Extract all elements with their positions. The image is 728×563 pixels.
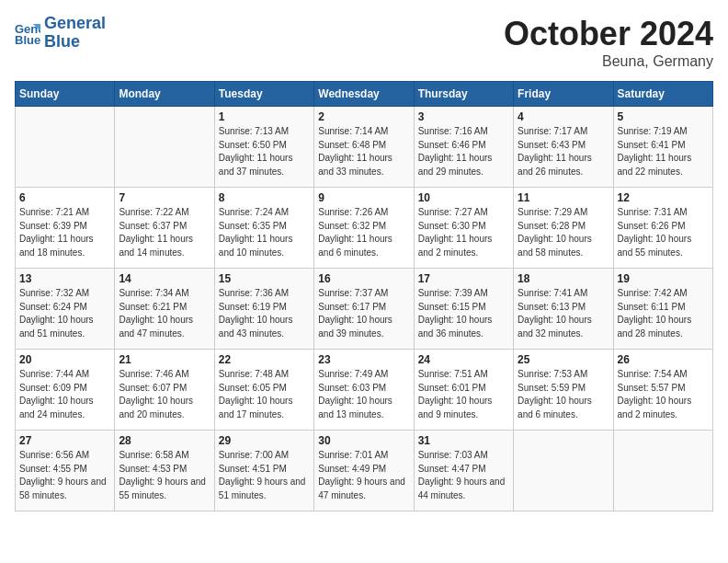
month-title: October 2024 Beuna, Germany xyxy=(504,15,713,70)
day-number: 14 xyxy=(119,272,210,285)
weekday-header-cell: Saturday xyxy=(613,82,712,107)
day-number: 6 xyxy=(19,191,110,204)
day-info: Sunrise: 7:17 AM Sunset: 6:43 PM Dayligh… xyxy=(518,125,609,178)
day-number: 27 xyxy=(19,434,110,447)
calendar-cell: 16Sunrise: 7:37 AM Sunset: 6:17 PM Dayli… xyxy=(314,269,414,350)
calendar-cell: 8Sunrise: 7:24 AM Sunset: 6:35 PM Daylig… xyxy=(214,188,313,269)
weekday-header-cell: Thursday xyxy=(414,82,513,107)
calendar-cell: 10Sunrise: 7:27 AM Sunset: 6:30 PM Dayli… xyxy=(414,188,513,269)
day-number: 1 xyxy=(219,110,310,123)
calendar-cell: 22Sunrise: 7:48 AM Sunset: 6:05 PM Dayli… xyxy=(214,350,313,431)
day-info: Sunrise: 7:53 AM Sunset: 5:59 PM Dayligh… xyxy=(518,368,609,421)
day-info: Sunrise: 7:21 AM Sunset: 6:39 PM Dayligh… xyxy=(19,206,110,259)
calendar-cell xyxy=(16,107,115,188)
month-heading: October 2024 xyxy=(504,15,713,53)
calendar-week-row: 1Sunrise: 7:13 AM Sunset: 6:50 PM Daylig… xyxy=(16,107,713,188)
calendar-cell: 5Sunrise: 7:19 AM Sunset: 6:41 PM Daylig… xyxy=(613,107,712,188)
calendar-body: 1Sunrise: 7:13 AM Sunset: 6:50 PM Daylig… xyxy=(16,107,713,511)
calendar-cell: 30Sunrise: 7:01 AM Sunset: 4:49 PM Dayli… xyxy=(314,431,414,511)
day-info: Sunrise: 7:29 AM Sunset: 6:28 PM Dayligh… xyxy=(518,206,609,259)
day-info: Sunrise: 7:32 AM Sunset: 6:24 PM Dayligh… xyxy=(19,287,110,340)
svg-text:Blue: Blue xyxy=(15,33,40,46)
day-info: Sunrise: 6:58 AM Sunset: 4:53 PM Dayligh… xyxy=(119,449,210,502)
day-number: 28 xyxy=(119,434,210,447)
day-number: 18 xyxy=(518,272,609,285)
day-info: Sunrise: 7:16 AM Sunset: 6:46 PM Dayligh… xyxy=(418,125,509,178)
weekday-header-cell: Tuesday xyxy=(214,82,313,107)
calendar-cell: 6Sunrise: 7:21 AM Sunset: 6:39 PM Daylig… xyxy=(16,188,115,269)
day-info: Sunrise: 7:39 AM Sunset: 6:15 PM Dayligh… xyxy=(418,287,509,340)
calendar-cell: 29Sunrise: 7:00 AM Sunset: 4:51 PM Dayli… xyxy=(214,431,313,511)
calendar-cell: 3Sunrise: 7:16 AM Sunset: 6:46 PM Daylig… xyxy=(414,107,513,188)
day-info: Sunrise: 7:41 AM Sunset: 6:13 PM Dayligh… xyxy=(518,287,609,340)
day-number: 19 xyxy=(618,272,709,285)
day-info: Sunrise: 7:00 AM Sunset: 4:51 PM Dayligh… xyxy=(219,449,310,502)
calendar-cell: 27Sunrise: 6:56 AM Sunset: 4:55 PM Dayli… xyxy=(16,431,115,511)
calendar-cell: 28Sunrise: 6:58 AM Sunset: 4:53 PM Dayli… xyxy=(115,431,214,511)
day-info: Sunrise: 7:51 AM Sunset: 6:01 PM Dayligh… xyxy=(418,368,509,421)
day-number: 29 xyxy=(219,434,310,447)
day-info: Sunrise: 7:26 AM Sunset: 6:32 PM Dayligh… xyxy=(318,206,409,259)
day-info: Sunrise: 7:54 AM Sunset: 5:57 PM Dayligh… xyxy=(618,368,709,421)
day-info: Sunrise: 7:24 AM Sunset: 6:35 PM Dayligh… xyxy=(219,206,310,259)
calendar-cell: 2Sunrise: 7:14 AM Sunset: 6:48 PM Daylig… xyxy=(314,107,414,188)
calendar-cell xyxy=(115,107,214,188)
day-info: Sunrise: 7:19 AM Sunset: 6:41 PM Dayligh… xyxy=(618,125,709,178)
calendar-cell: 11Sunrise: 7:29 AM Sunset: 6:28 PM Dayli… xyxy=(514,188,613,269)
day-number: 11 xyxy=(518,191,609,204)
day-number: 3 xyxy=(418,110,509,123)
calendar-cell: 15Sunrise: 7:36 AM Sunset: 6:19 PM Dayli… xyxy=(214,269,313,350)
day-info: Sunrise: 7:37 AM Sunset: 6:17 PM Dayligh… xyxy=(318,287,409,340)
day-number: 4 xyxy=(518,110,609,123)
calendar-cell: 9Sunrise: 7:26 AM Sunset: 6:32 PM Daylig… xyxy=(314,188,414,269)
calendar-cell: 7Sunrise: 7:22 AM Sunset: 6:37 PM Daylig… xyxy=(115,188,214,269)
day-info: Sunrise: 7:36 AM Sunset: 6:19 PM Dayligh… xyxy=(219,287,310,340)
location-heading: Beuna, Germany xyxy=(504,53,713,70)
calendar-week-row: 13Sunrise: 7:32 AM Sunset: 6:24 PM Dayli… xyxy=(16,269,713,350)
weekday-header-cell: Friday xyxy=(514,82,613,107)
day-number: 9 xyxy=(318,191,409,204)
calendar-cell: 19Sunrise: 7:42 AM Sunset: 6:11 PM Dayli… xyxy=(613,269,712,350)
calendar-cell: 23Sunrise: 7:49 AM Sunset: 6:03 PM Dayli… xyxy=(314,350,414,431)
day-number: 17 xyxy=(418,272,509,285)
day-number: 5 xyxy=(618,110,709,123)
day-number: 16 xyxy=(318,272,409,285)
day-info: Sunrise: 7:14 AM Sunset: 6:48 PM Dayligh… xyxy=(318,125,409,178)
day-number: 12 xyxy=(618,191,709,204)
day-number: 23 xyxy=(318,353,409,366)
day-info: Sunrise: 6:56 AM Sunset: 4:55 PM Dayligh… xyxy=(19,449,110,502)
calendar-week-row: 20Sunrise: 7:44 AM Sunset: 6:09 PM Dayli… xyxy=(16,350,713,431)
calendar-cell: 31Sunrise: 7:03 AM Sunset: 4:47 PM Dayli… xyxy=(414,431,513,511)
day-info: Sunrise: 7:48 AM Sunset: 6:05 PM Dayligh… xyxy=(219,368,310,421)
logo: General Blue General Blue xyxy=(15,15,106,52)
weekday-header-cell: Sunday xyxy=(16,82,115,107)
day-info: Sunrise: 7:46 AM Sunset: 6:07 PM Dayligh… xyxy=(119,368,210,421)
calendar-cell: 21Sunrise: 7:46 AM Sunset: 6:07 PM Dayli… xyxy=(115,350,214,431)
logo-icon: General Blue xyxy=(15,20,40,46)
weekday-header-row: SundayMondayTuesdayWednesdayThursdayFrid… xyxy=(16,82,713,107)
calendar-cell: 1Sunrise: 7:13 AM Sunset: 6:50 PM Daylig… xyxy=(214,107,313,188)
day-number: 24 xyxy=(418,353,509,366)
calendar-cell: 24Sunrise: 7:51 AM Sunset: 6:01 PM Dayli… xyxy=(414,350,513,431)
calendar-cell: 17Sunrise: 7:39 AM Sunset: 6:15 PM Dayli… xyxy=(414,269,513,350)
calendar-cell: 26Sunrise: 7:54 AM Sunset: 5:57 PM Dayli… xyxy=(613,350,712,431)
page-header: General Blue General Blue October 2024 B… xyxy=(15,15,713,70)
calendar-cell xyxy=(514,431,613,511)
day-number: 15 xyxy=(219,272,310,285)
calendar-cell: 25Sunrise: 7:53 AM Sunset: 5:59 PM Dayli… xyxy=(514,350,613,431)
day-info: Sunrise: 7:31 AM Sunset: 6:26 PM Dayligh… xyxy=(618,206,709,259)
logo-text: General Blue xyxy=(44,15,106,52)
day-number: 26 xyxy=(618,353,709,366)
day-number: 8 xyxy=(219,191,310,204)
day-number: 25 xyxy=(518,353,609,366)
calendar-cell: 4Sunrise: 7:17 AM Sunset: 6:43 PM Daylig… xyxy=(514,107,613,188)
day-info: Sunrise: 7:01 AM Sunset: 4:49 PM Dayligh… xyxy=(318,449,409,502)
day-info: Sunrise: 7:03 AM Sunset: 4:47 PM Dayligh… xyxy=(418,449,509,502)
calendar-cell: 13Sunrise: 7:32 AM Sunset: 6:24 PM Dayli… xyxy=(16,269,115,350)
weekday-header-cell: Monday xyxy=(115,82,214,107)
day-info: Sunrise: 7:42 AM Sunset: 6:11 PM Dayligh… xyxy=(618,287,709,340)
day-number: 30 xyxy=(318,434,409,447)
day-number: 7 xyxy=(119,191,210,204)
day-info: Sunrise: 7:27 AM Sunset: 6:30 PM Dayligh… xyxy=(418,206,509,259)
calendar-cell: 20Sunrise: 7:44 AM Sunset: 6:09 PM Dayli… xyxy=(16,350,115,431)
